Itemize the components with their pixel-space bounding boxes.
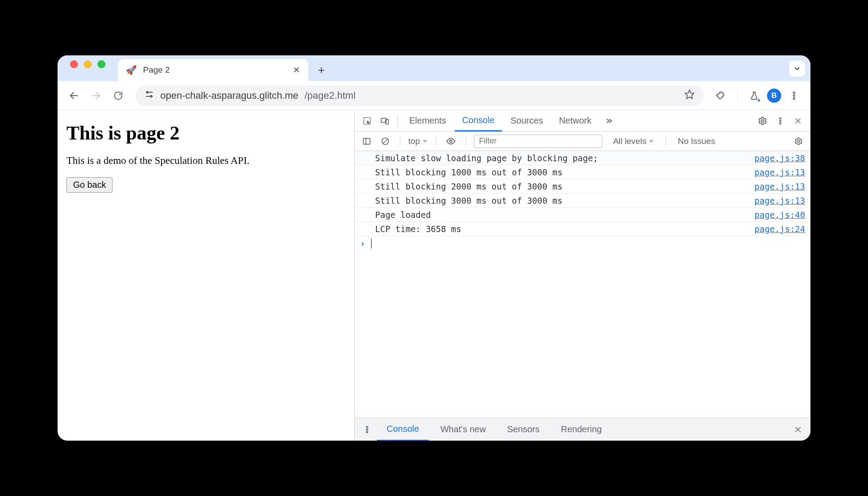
drawer-tab-rendering[interactable]: Rendering: [551, 418, 612, 441]
log-source-link[interactable]: page.js:38: [755, 153, 805, 163]
log-message: Still blocking 3000 ms out of 3000 ms: [375, 196, 755, 205]
live-expression-icon[interactable]: [444, 135, 457, 148]
log-source-link[interactable]: page.js:24: [755, 224, 805, 234]
log-levels-select[interactable]: All levels: [613, 136, 654, 146]
minimize-window-button[interactable]: [84, 60, 92, 68]
labs-icon[interactable]: [745, 86, 763, 105]
page-heading: This is page 2: [66, 122, 345, 144]
tab-favicon: 🚀: [126, 65, 137, 75]
content-area: This is page 2 This is a demo of the Spe…: [58, 110, 810, 441]
separator: [465, 136, 466, 146]
device-toolbar-icon[interactable]: [377, 113, 393, 129]
site-info-icon[interactable]: [144, 89, 154, 101]
bookmark-icon[interactable]: [684, 89, 695, 102]
forward-button[interactable]: [87, 86, 105, 105]
caret: [371, 239, 372, 248]
reload-button[interactable]: [109, 86, 128, 105]
tab-network[interactable]: Network: [552, 110, 598, 131]
tab-strip: 🚀 Page 2 ✕ +: [58, 55, 810, 81]
log-source-link[interactable]: page.js:13: [755, 196, 805, 205]
inspect-icon[interactable]: [359, 113, 375, 129]
svg-marker-23: [424, 140, 427, 143]
svg-point-28: [366, 429, 368, 430]
log-source-link[interactable]: page.js:40: [755, 210, 805, 220]
filter-input[interactable]: [474, 135, 602, 148]
execution-context-select[interactable]: top: [408, 136, 428, 146]
separator: [666, 136, 666, 146]
log-message: LCP time: 3658 ms: [375, 224, 755, 234]
console-log-row: Simulate slow loading page by blocking p…: [355, 151, 810, 165]
separator: [436, 136, 436, 146]
svg-point-26: [798, 140, 800, 142]
clear-console-icon[interactable]: [379, 135, 392, 148]
log-message: Simulate slow loading page by blocking p…: [375, 153, 755, 163]
toolbar-divider: [737, 90, 738, 101]
devtools-drawer: Console What's new Sensors Rendering: [355, 418, 810, 441]
window-controls: [58, 60, 118, 76]
close-drawer-icon[interactable]: [790, 422, 806, 438]
settings-icon[interactable]: [755, 113, 771, 129]
svg-point-9: [793, 97, 795, 99]
console-log-row: LCP time: 3658 mspage.js:24: [355, 222, 810, 236]
console-log-row: Still blocking 2000 ms out of 3000 mspag…: [355, 179, 810, 194]
svg-point-8: [793, 95, 795, 97]
back-button[interactable]: [65, 86, 83, 105]
new-tab-button[interactable]: +: [308, 59, 334, 81]
menu-icon[interactable]: [785, 86, 803, 105]
devtools-menu-icon[interactable]: [772, 113, 788, 129]
maximize-window-button[interactable]: [97, 60, 105, 68]
page-paragraph: This is a demo of the Speculation Rules …: [66, 155, 345, 167]
svg-point-7: [793, 92, 795, 93]
svg-marker-25: [650, 140, 653, 143]
profile-avatar[interactable]: B: [767, 89, 781, 103]
tab-sources[interactable]: Sources: [504, 110, 550, 131]
go-back-button[interactable]: Go back: [66, 177, 112, 193]
svg-point-14: [779, 117, 781, 119]
devtools-tabs: Elements Console Sources Network: [355, 110, 810, 132]
svg-point-15: [779, 120, 781, 121]
log-message: Still blocking 2000 ms out of 3000 ms: [375, 182, 755, 191]
close-window-button[interactable]: [70, 60, 78, 68]
extensions-icon[interactable]: [712, 86, 730, 105]
browser-tab[interactable]: 🚀 Page 2 ✕: [118, 59, 308, 81]
svg-point-24: [450, 140, 453, 143]
close-devtools-icon[interactable]: [790, 113, 806, 129]
issues-label[interactable]: No Issues: [678, 136, 715, 146]
svg-rect-19: [364, 138, 370, 144]
tab-elements[interactable]: Elements: [402, 110, 453, 131]
more-tabs-icon[interactable]: [601, 113, 616, 129]
drawer-menu-icon[interactable]: [359, 422, 375, 438]
tab-title: Page 2: [143, 65, 170, 75]
log-source-link[interactable]: page.js:13: [755, 167, 805, 177]
svg-line-22: [383, 139, 388, 143]
console-log-row: Still blocking 3000 ms out of 3000 mspag…: [355, 194, 810, 208]
console-log-row: Still blocking 1000 ms out of 3000 mspag…: [355, 165, 810, 179]
separator: [400, 136, 400, 146]
drawer-tab-console[interactable]: Console: [377, 418, 429, 441]
drawer-tab-sensors[interactable]: Sensors: [497, 418, 549, 441]
console-prompt[interactable]: ›: [355, 236, 810, 251]
levels-label: All levels: [613, 136, 646, 146]
tab-list-button[interactable]: [789, 61, 805, 77]
devtools-panel: Elements Console Sources Network: [354, 110, 810, 441]
close-tab-button[interactable]: ✕: [293, 65, 300, 75]
log-source-link[interactable]: page.js:13: [755, 182, 805, 191]
console-log-row: Page loadedpage.js:40: [355, 208, 810, 222]
log-message: Still blocking 1000 ms out of 3000 ms: [375, 167, 755, 177]
address-bar[interactable]: open-chalk-asparagus.glitch.me/page2.htm…: [136, 85, 704, 106]
toggle-sidebar-icon[interactable]: [360, 135, 373, 148]
context-label: top: [408, 136, 420, 146]
prompt-chevron-icon: ›: [360, 239, 365, 248]
console-settings-icon[interactable]: [792, 135, 805, 148]
svg-point-13: [761, 120, 764, 122]
console-toolbar: top All levels No Issues: [355, 132, 810, 151]
page-content: This is page 2 This is a demo of the Spe…: [58, 110, 354, 441]
drawer-tab-whatsnew[interactable]: What's new: [430, 418, 496, 441]
svg-marker-6: [685, 90, 694, 99]
url-host: open-chalk-asparagus.glitch.me: [160, 90, 298, 101]
url-path: /page2.html: [305, 90, 356, 101]
console-log-area: Simulate slow loading page by blocking p…: [355, 151, 810, 418]
tab-console[interactable]: Console: [455, 111, 501, 132]
svg-point-29: [366, 431, 368, 433]
svg-point-27: [366, 426, 368, 427]
